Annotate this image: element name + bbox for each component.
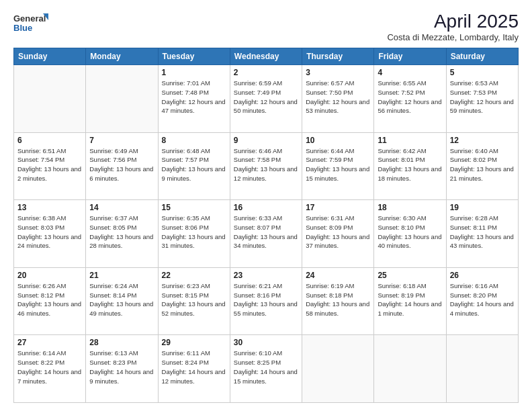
day-info: Sunrise: 6:30 AM Sunset: 8:10 PM Dayligh… <box>378 214 442 250</box>
page: General Blue April 2025 Costa di Mezzate… <box>0 0 532 411</box>
day-number: 7 <box>89 136 154 145</box>
day-number: 5 <box>450 68 515 77</box>
day-info: Sunrise: 6:57 AM Sunset: 7:50 PM Dayligh… <box>306 79 370 116</box>
day-number: 2 <box>234 68 298 77</box>
day-info: Sunrise: 6:59 AM Sunset: 7:49 PM Dayligh… <box>234 79 298 116</box>
day-number: 13 <box>17 203 82 212</box>
cell-w5-d6 <box>374 335 446 403</box>
cell-w4-d2: 21Sunrise: 6:24 AM Sunset: 8:14 PM Dayli… <box>86 267 158 335</box>
day-info: Sunrise: 6:53 AM Sunset: 7:53 PM Dayligh… <box>450 79 515 116</box>
day-info: Sunrise: 6:19 AM Sunset: 8:18 PM Dayligh… <box>306 281 370 318</box>
week-row-5: 27Sunrise: 6:14 AM Sunset: 8:22 PM Dayli… <box>14 335 519 403</box>
day-number: 14 <box>89 203 154 212</box>
day-info: Sunrise: 6:13 AM Sunset: 8:23 PM Dayligh… <box>89 349 154 385</box>
day-info: Sunrise: 6:48 AM Sunset: 7:57 PM Dayligh… <box>162 146 226 183</box>
day-info: Sunrise: 6:40 AM Sunset: 8:02 PM Dayligh… <box>450 146 515 183</box>
week-row-1: 1Sunrise: 7:01 AM Sunset: 7:48 PM Daylig… <box>14 65 519 133</box>
day-number: 15 <box>162 203 226 212</box>
day-number: 21 <box>89 271 154 280</box>
cell-w4-d1: 20Sunrise: 6:26 AM Sunset: 8:12 PM Dayli… <box>14 267 86 335</box>
day-number: 17 <box>306 203 370 212</box>
day-number: 20 <box>17 271 82 280</box>
cell-w4-d7: 26Sunrise: 6:16 AM Sunset: 8:20 PM Dayli… <box>446 267 518 335</box>
day-number: 25 <box>378 271 442 280</box>
logo-icon: General Blue <box>13 11 48 35</box>
cell-w5-d1: 27Sunrise: 6:14 AM Sunset: 8:22 PM Dayli… <box>14 335 86 403</box>
day-number: 16 <box>234 203 298 212</box>
cell-w2-d5: 10Sunrise: 6:44 AM Sunset: 7:59 PM Dayli… <box>302 132 374 200</box>
day-info: Sunrise: 6:23 AM Sunset: 8:15 PM Dayligh… <box>162 281 226 318</box>
cell-w4-d6: 25Sunrise: 6:18 AM Sunset: 8:19 PM Dayli… <box>374 267 446 335</box>
cell-w3-d3: 15Sunrise: 6:35 AM Sunset: 8:06 PM Dayli… <box>158 200 230 268</box>
cell-w2-d1: 6Sunrise: 6:51 AM Sunset: 7:54 PM Daylig… <box>14 132 86 200</box>
cell-w1-d6: 4Sunrise: 6:55 AM Sunset: 7:52 PM Daylig… <box>374 65 446 133</box>
day-number: 23 <box>234 271 298 280</box>
col-tuesday: Tuesday <box>158 48 230 65</box>
day-info: Sunrise: 6:31 AM Sunset: 8:09 PM Dayligh… <box>306 214 370 250</box>
svg-text:Blue: Blue <box>13 23 32 33</box>
day-number: 24 <box>306 271 370 280</box>
cell-w5-d3: 29Sunrise: 6:11 AM Sunset: 8:24 PM Dayli… <box>158 335 230 403</box>
day-number: 11 <box>378 136 442 145</box>
cell-w3-d5: 17Sunrise: 6:31 AM Sunset: 8:09 PM Dayli… <box>302 200 374 268</box>
day-number: 22 <box>162 271 226 280</box>
day-info: Sunrise: 6:37 AM Sunset: 8:05 PM Dayligh… <box>89 214 154 250</box>
day-number: 26 <box>450 271 515 280</box>
cell-w3-d2: 14Sunrise: 6:37 AM Sunset: 8:05 PM Dayli… <box>86 200 158 268</box>
cell-w1-d4: 2Sunrise: 6:59 AM Sunset: 7:49 PM Daylig… <box>230 65 302 133</box>
week-row-3: 13Sunrise: 6:38 AM Sunset: 8:03 PM Dayli… <box>14 200 519 268</box>
cell-w5-d7 <box>446 335 518 403</box>
col-thursday: Thursday <box>302 48 374 65</box>
day-number: 3 <box>306 68 370 77</box>
month-title: April 2025 <box>387 11 519 32</box>
cell-w2-d6: 11Sunrise: 6:42 AM Sunset: 8:01 PM Dayli… <box>374 132 446 200</box>
col-wednesday: Wednesday <box>230 48 302 65</box>
day-info: Sunrise: 6:21 AM Sunset: 8:16 PM Dayligh… <box>234 281 298 318</box>
svg-text:General: General <box>13 13 46 24</box>
cell-w5-d2: 28Sunrise: 6:13 AM Sunset: 8:23 PM Dayli… <box>86 335 158 403</box>
week-row-2: 6Sunrise: 6:51 AM Sunset: 7:54 PM Daylig… <box>14 132 519 200</box>
cell-w5-d5 <box>302 335 374 403</box>
day-number: 30 <box>234 338 298 347</box>
cell-w3-d7: 19Sunrise: 6:28 AM Sunset: 8:11 PM Dayli… <box>446 200 518 268</box>
col-monday: Monday <box>86 48 158 65</box>
day-info: Sunrise: 6:33 AM Sunset: 8:07 PM Dayligh… <box>234 214 298 250</box>
calendar-table: Sunday Monday Tuesday Wednesday Thursday… <box>13 48 519 403</box>
day-number: 29 <box>162 338 226 347</box>
day-info: Sunrise: 7:01 AM Sunset: 7:48 PM Dayligh… <box>162 79 226 116</box>
day-info: Sunrise: 6:18 AM Sunset: 8:19 PM Dayligh… <box>378 281 442 318</box>
day-info: Sunrise: 6:42 AM Sunset: 8:01 PM Dayligh… <box>378 146 442 183</box>
day-number: 1 <box>162 68 226 77</box>
day-number: 18 <box>378 203 442 212</box>
cell-w3-d1: 13Sunrise: 6:38 AM Sunset: 8:03 PM Dayli… <box>14 200 86 268</box>
cell-w2-d7: 12Sunrise: 6:40 AM Sunset: 8:02 PM Dayli… <box>446 132 518 200</box>
cell-w3-d6: 18Sunrise: 6:30 AM Sunset: 8:10 PM Dayli… <box>374 200 446 268</box>
day-info: Sunrise: 6:16 AM Sunset: 8:20 PM Dayligh… <box>450 281 515 318</box>
cell-w1-d2 <box>86 65 158 133</box>
day-number: 4 <box>378 68 442 77</box>
day-number: 12 <box>450 136 515 145</box>
day-number: 9 <box>234 136 298 145</box>
day-number: 19 <box>450 203 515 212</box>
cell-w4-d5: 24Sunrise: 6:19 AM Sunset: 8:18 PM Dayli… <box>302 267 374 335</box>
cell-w4-d4: 23Sunrise: 6:21 AM Sunset: 8:16 PM Dayli… <box>230 267 302 335</box>
day-info: Sunrise: 6:10 AM Sunset: 8:25 PM Dayligh… <box>234 349 298 385</box>
location: Costa di Mezzate, Lombardy, Italy <box>387 32 519 42</box>
logo: General Blue <box>13 11 48 35</box>
day-info: Sunrise: 6:44 AM Sunset: 7:59 PM Dayligh… <box>306 146 370 183</box>
col-friday: Friday <box>374 48 446 65</box>
day-info: Sunrise: 6:28 AM Sunset: 8:11 PM Dayligh… <box>450 214 515 250</box>
calendar-header-row: Sunday Monday Tuesday Wednesday Thursday… <box>14 48 519 65</box>
cell-w1-d1 <box>14 65 86 133</box>
day-info: Sunrise: 6:55 AM Sunset: 7:52 PM Dayligh… <box>378 79 442 116</box>
day-number: 27 <box>17 338 82 347</box>
cell-w2-d2: 7Sunrise: 6:49 AM Sunset: 7:56 PM Daylig… <box>86 132 158 200</box>
day-info: Sunrise: 6:26 AM Sunset: 8:12 PM Dayligh… <box>17 281 82 318</box>
day-number: 10 <box>306 136 370 145</box>
day-number: 8 <box>162 136 226 145</box>
day-info: Sunrise: 6:35 AM Sunset: 8:06 PM Dayligh… <box>162 214 226 250</box>
day-info: Sunrise: 6:49 AM Sunset: 7:56 PM Dayligh… <box>89 146 154 183</box>
day-info: Sunrise: 6:24 AM Sunset: 8:14 PM Dayligh… <box>89 281 154 318</box>
cell-w4-d3: 22Sunrise: 6:23 AM Sunset: 8:15 PM Dayli… <box>158 267 230 335</box>
week-row-4: 20Sunrise: 6:26 AM Sunset: 8:12 PM Dayli… <box>14 267 519 335</box>
